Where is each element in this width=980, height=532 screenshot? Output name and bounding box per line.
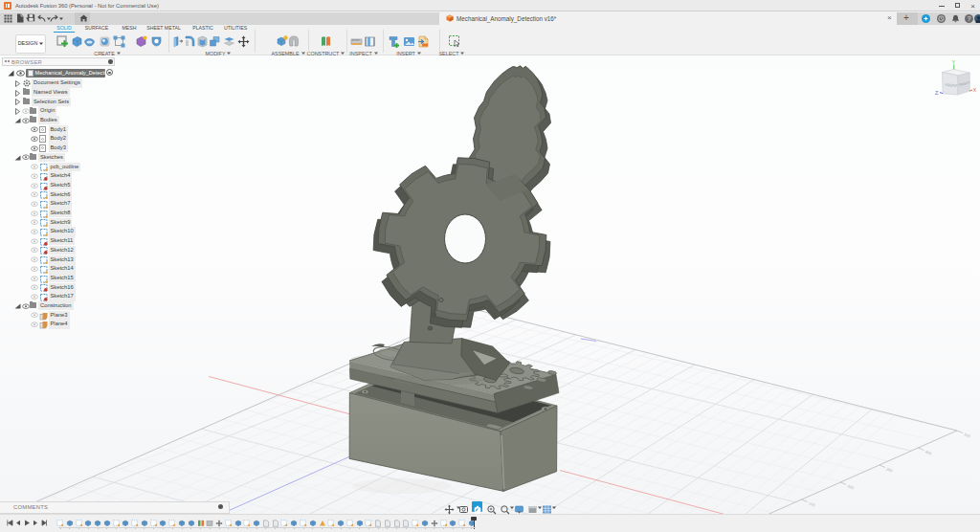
svg-text:300: 300: [885, 466, 894, 474]
svg-text:400: 400: [924, 449, 933, 456]
svg-text:100: 100: [808, 500, 816, 508]
svg-text:X: X: [973, 87, 977, 93]
svg-text:Y: Y: [952, 59, 956, 65]
svg-text:200: 200: [847, 483, 856, 491]
svg-text:Z: Z: [935, 90, 939, 96]
svg-text:500: 500: [964, 432, 972, 439]
